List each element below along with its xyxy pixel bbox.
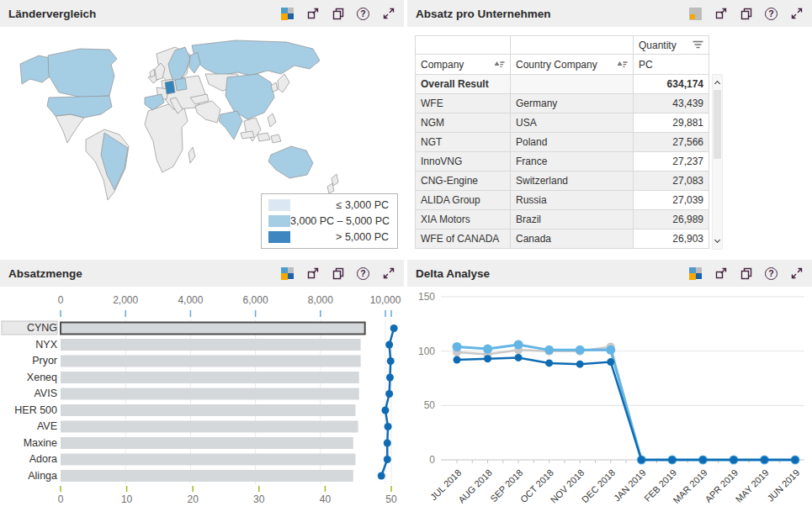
svg-text:150: 150 xyxy=(418,291,435,303)
map-country-russia[interactable] xyxy=(192,40,320,76)
bar-AVIS[interactable] xyxy=(61,388,359,400)
panel-header: Absatz pro Unternehmen ? xyxy=(407,0,812,27)
company-cell: XIA Motors xyxy=(416,210,511,229)
x-axis-label: DEC 2018 xyxy=(580,467,617,504)
measure-header-cell[interactable]: Quantity xyxy=(634,36,709,55)
table-row[interactable]: NGMUSA29,881 xyxy=(416,113,709,133)
fullscreen-icon[interactable] xyxy=(789,7,804,21)
svg-text:CYNG: CYNG xyxy=(27,322,57,334)
map-country-poland[interactable] xyxy=(175,78,187,91)
quantity-cell: 27,237 xyxy=(634,152,709,171)
open-in-new-window-icon[interactable] xyxy=(305,266,320,281)
overlay-line-dot xyxy=(385,390,393,398)
table-row[interactable]: CNG-EngineSwitzerland27,083 xyxy=(416,171,709,191)
map-country-indonesia xyxy=(241,131,281,143)
panel-delta-analyse: Delta Analyse ? 050100150JUL 2018AUG 201… xyxy=(407,260,812,517)
open-in-new-window-icon[interactable] xyxy=(714,7,728,21)
overlay-line-dot xyxy=(387,357,395,365)
bar-HER 500[interactable] xyxy=(61,404,355,416)
company-cell: InnoVNG xyxy=(416,152,511,171)
overlay-line-dot xyxy=(386,374,394,382)
overlay-line xyxy=(381,329,394,477)
svg-text:10: 10 xyxy=(121,493,133,505)
series-lightblue xyxy=(457,345,795,460)
legend-swatch-light xyxy=(268,199,290,211)
help-icon[interactable]: ? xyxy=(764,266,778,281)
copy-icon[interactable] xyxy=(739,7,753,21)
map-country-finland[interactable] xyxy=(189,52,200,73)
svg-text:100: 100 xyxy=(418,346,435,357)
overlay-line-dot xyxy=(385,341,393,349)
scrollbar-thumb[interactable] xyxy=(714,90,721,159)
quantity-cell: 27,039 xyxy=(634,191,709,210)
help-icon[interactable]: ? xyxy=(764,7,778,21)
company-cell: NGT xyxy=(416,133,511,152)
open-in-new-window-icon[interactable] xyxy=(305,7,320,21)
sort-icon xyxy=(617,61,628,69)
scroll-down-icon[interactable] xyxy=(713,235,722,247)
legend-row: 3,000 PC – 5,000 PC xyxy=(268,213,392,229)
svg-text:10,000: 10,000 xyxy=(370,294,401,306)
bar-Xeneq[interactable] xyxy=(61,372,359,383)
series-darkblue-dot xyxy=(484,355,491,362)
chart-type-icon[interactable] xyxy=(280,7,295,21)
legend-row: ≤ 3,000 PC xyxy=(268,197,392,213)
empty-header-cell xyxy=(416,36,511,55)
bar-AVE[interactable] xyxy=(61,421,358,433)
fullscreen-icon[interactable] xyxy=(789,266,804,281)
table-scrollbar[interactable] xyxy=(712,74,723,250)
series-darkblue-dot xyxy=(576,361,584,368)
table-row[interactable]: InnoVNGFrance27,237 xyxy=(416,152,709,171)
map-country-australia[interactable] xyxy=(268,146,313,178)
bar-Pryor[interactable] xyxy=(61,356,361,367)
table-row[interactable]: WFE of CANADACanada26,903 xyxy=(416,229,709,249)
svg-text:0: 0 xyxy=(58,294,64,306)
open-in-new-window-icon[interactable] xyxy=(714,266,728,281)
map-country-india[interactable] xyxy=(219,111,242,140)
map-country-canada[interactable] xyxy=(48,49,117,98)
bar-NYX[interactable] xyxy=(61,339,361,351)
company-cell: WFE xyxy=(416,94,511,113)
svg-text:HER 500: HER 500 xyxy=(14,404,57,416)
country-cell: USA xyxy=(511,113,634,133)
country-cell: Poland xyxy=(511,133,634,152)
series-lightblue-dot xyxy=(453,342,462,351)
chart-type-icon[interactable] xyxy=(688,266,703,281)
copy-icon[interactable] xyxy=(331,7,345,21)
table-row[interactable]: ALIDA GroupRussia27,039 xyxy=(416,191,709,210)
copy-icon[interactable] xyxy=(331,266,345,281)
bar-Alinga[interactable] xyxy=(61,470,353,482)
filter-icon xyxy=(693,40,703,50)
fullscreen-icon[interactable] xyxy=(381,266,395,281)
map-country-philippines xyxy=(268,113,276,127)
quantity-cell: 43,439 xyxy=(634,94,709,113)
bar-Adora[interactable] xyxy=(61,454,355,466)
bar-Maxine[interactable] xyxy=(61,437,353,449)
chart-type-icon[interactable] xyxy=(280,266,295,281)
company-column-header[interactable]: Company xyxy=(416,55,511,75)
svg-text:AVE: AVE xyxy=(37,420,57,432)
quantity-cell: 27,083 xyxy=(634,171,709,191)
table-row[interactable]: NGTPoland27,566 xyxy=(416,133,709,152)
company-table: Quantity Company Country Company xyxy=(415,35,709,249)
scroll-up-icon[interactable] xyxy=(713,76,722,88)
series-darkblue xyxy=(457,357,795,460)
map-country-new-zealand xyxy=(327,174,338,193)
svg-text:50: 50 xyxy=(385,493,397,505)
help-icon[interactable]: ? xyxy=(356,7,370,21)
panel-title: Ländervergleich xyxy=(8,8,96,20)
series-lightblue-dot xyxy=(483,345,492,354)
map-country-germany[interactable] xyxy=(165,81,175,94)
help-icon[interactable]: ? xyxy=(356,266,370,281)
map-country-usa[interactable] xyxy=(47,96,112,118)
bar-CYNG[interactable] xyxy=(61,323,365,335)
table-row[interactable]: XIA MotorsBrazil26,989 xyxy=(416,210,709,229)
fullscreen-icon[interactable] xyxy=(381,7,395,21)
svg-text:4,000: 4,000 xyxy=(178,294,203,306)
chart-type-icon[interactable] xyxy=(688,7,703,21)
copy-icon[interactable] xyxy=(739,266,753,281)
country-column-header[interactable]: Country Company xyxy=(511,55,634,75)
table-row-overall[interactable]: Overall Result634,174 xyxy=(416,75,709,94)
series-darkblue-dot xyxy=(607,358,614,366)
table-row[interactable]: WFEGermany43,439 xyxy=(416,94,709,113)
